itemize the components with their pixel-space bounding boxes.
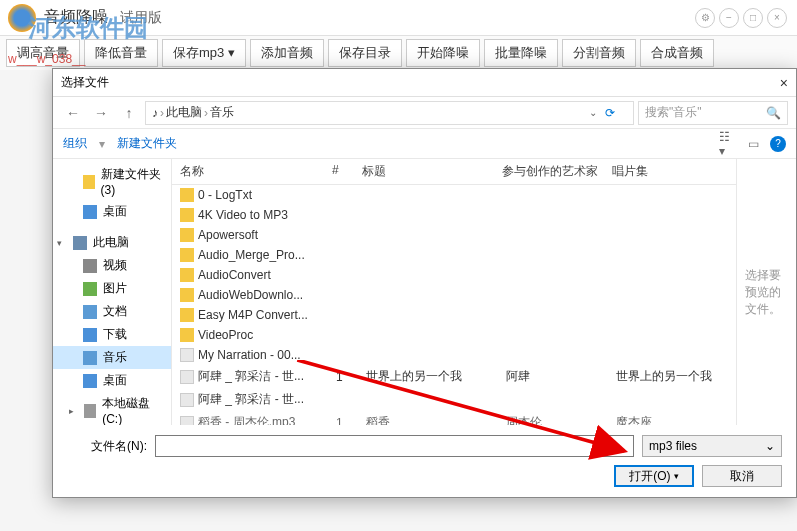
mp3-icon	[180, 348, 194, 362]
new-folder-button[interactable]: 新建文件夹	[117, 135, 177, 152]
split-audio-button[interactable]: 分割音频	[562, 39, 636, 67]
nav-back-icon[interactable]: ←	[61, 101, 85, 125]
preview-pane: 选择要预览的文件。	[736, 159, 796, 425]
sidebar-item[interactable]: 桌面	[53, 200, 171, 223]
start-denoise-button[interactable]: 开始降噪	[406, 39, 480, 67]
maximize-icon[interactable]: □	[743, 8, 763, 28]
close-icon[interactable]: ×	[767, 8, 787, 28]
folder-row[interactable]: 0 - LogTxt	[172, 185, 736, 205]
folder-icon	[180, 328, 194, 342]
app-logo	[8, 4, 36, 32]
organize-menu[interactable]: 组织	[63, 135, 87, 152]
refresh-icon[interactable]: ⟳	[605, 106, 627, 120]
filename-label: 文件名(N):	[67, 438, 147, 455]
file-row[interactable]: My Narration - 00...	[172, 345, 736, 365]
batch-denoise-button[interactable]: 批量降噪	[484, 39, 558, 67]
sidebar-item[interactable]: 文档	[53, 300, 171, 323]
folder-icon	[180, 308, 194, 322]
sidebar-item[interactable]: ▾此电脑	[53, 231, 171, 254]
folder-row[interactable]: AudioWebDownlo...	[172, 285, 736, 305]
settings-icon[interactable]: ⚙	[695, 8, 715, 28]
sidebar-item[interactable]: 下载	[53, 323, 171, 346]
folder-row[interactable]: 4K Video to MP3	[172, 205, 736, 225]
trial-label: 试用版	[120, 9, 162, 27]
mp3-icon	[180, 416, 194, 426]
view-mode-icon[interactable]: ☷ ▾	[718, 135, 736, 153]
folder-row[interactable]: VideoProc	[172, 325, 736, 345]
sidebar-item[interactable]: ▸本地磁盘 (C:)	[53, 392, 171, 425]
nav-forward-icon[interactable]: →	[89, 101, 113, 125]
merge-audio-button[interactable]: 合成音频	[640, 39, 714, 67]
vol-down-button[interactable]: 降低音量	[84, 39, 158, 67]
folder-row[interactable]: Audio_Merge_Pro...	[172, 245, 736, 265]
download-icon	[83, 328, 97, 342]
sidebar-item[interactable]: 图片	[53, 277, 171, 300]
file-row[interactable]: 稻香 - 周杰伦.mp31稻香周杰伦魔杰座	[172, 411, 736, 425]
search-icon: 🔍	[766, 106, 781, 120]
file-row[interactable]: 阿肆 _ 郭采洁 - 世...1世界上的另一个我阿肆世界上的另一个我	[172, 365, 736, 388]
folder-tree: 新建文件夹 (3)桌面▾此电脑视频图片文档下载音乐桌面▸本地磁盘 (C:)▸软件…	[53, 159, 172, 425]
save-dir-button[interactable]: 保存目录	[328, 39, 402, 67]
pc-icon	[73, 236, 87, 250]
sidebar-item[interactable]: 视频	[53, 254, 171, 277]
sidebar-item[interactable]: 音乐	[53, 346, 171, 369]
open-button[interactable]: 打开(O) ▾	[614, 465, 694, 487]
folder-icon	[83, 175, 95, 189]
save-format-select[interactable]: 保存mp3 ▾	[162, 39, 246, 67]
file-open-dialog: 选择文件 × ← → ↑ ♪ › 此电脑 › 音乐 ⌄ ⟳ 搜索"音乐" 🔍 组…	[52, 68, 797, 498]
music-breadcrumb-icon: ♪	[152, 106, 158, 120]
app-title: 音频降噪	[44, 7, 108, 28]
mp3-icon	[180, 393, 194, 407]
minimize-icon[interactable]: −	[719, 8, 739, 28]
preview-pane-icon[interactable]: ▭	[744, 135, 762, 153]
desktop-icon	[83, 374, 97, 388]
breadcrumb[interactable]: ♪ › 此电脑 › 音乐 ⌄ ⟳	[145, 101, 634, 125]
doc-icon	[83, 305, 97, 319]
folder-row[interactable]: Easy M4P Convert...	[172, 305, 736, 325]
folder-icon	[180, 268, 194, 282]
file-type-filter[interactable]: mp3 files⌄	[642, 435, 782, 457]
column-headers[interactable]: 名称 # 标题 参与创作的艺术家 唱片集	[172, 159, 736, 185]
folder-row[interactable]: AudioConvert	[172, 265, 736, 285]
cancel-button[interactable]: 取消	[702, 465, 782, 487]
folder-icon	[180, 228, 194, 242]
mp3-icon	[180, 370, 194, 384]
add-audio-button[interactable]: 添加音频	[250, 39, 324, 67]
folder-icon	[180, 248, 194, 262]
folder-row[interactable]: Apowersoft	[172, 225, 736, 245]
nav-up-icon[interactable]: ↑	[117, 101, 141, 125]
sidebar-item[interactable]: 桌面	[53, 369, 171, 392]
search-input[interactable]: 搜索"音乐" 🔍	[638, 101, 788, 125]
video-icon	[83, 259, 97, 273]
file-row[interactable]: 阿肆 _ 郭采洁 - 世...	[172, 388, 736, 411]
folder-icon	[180, 288, 194, 302]
sidebar-item[interactable]: 新建文件夹 (3)	[53, 163, 171, 200]
dialog-title: 选择文件	[61, 74, 109, 91]
help-icon[interactable]: ?	[770, 136, 786, 152]
folder-icon	[180, 188, 194, 202]
filename-input[interactable]	[155, 435, 634, 457]
music-icon	[83, 351, 97, 365]
url-overlay: w___w_038__	[8, 52, 85, 66]
disk-icon	[84, 404, 96, 418]
folder-icon	[180, 208, 194, 222]
desktop-icon	[83, 205, 97, 219]
dialog-close-icon[interactable]: ×	[780, 75, 788, 91]
image-icon	[83, 282, 97, 296]
